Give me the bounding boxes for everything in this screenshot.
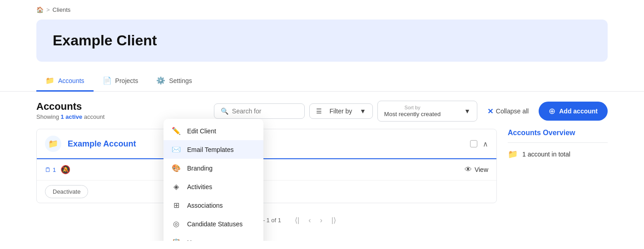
overview-folder-icon: 📁 bbox=[508, 149, 518, 159]
sort-by-label: Sort by bbox=[384, 105, 441, 110]
filter-chevron-icon: ▼ bbox=[360, 107, 366, 115]
candidate-statuses-label: Candidate Statuses bbox=[187, 220, 243, 228]
account-card-header: 📁 Example Account ∧ bbox=[37, 129, 496, 159]
dropdown-item-edit-client[interactable]: ✏️ Edit Client bbox=[163, 122, 263, 140]
tab-accounts[interactable]: 📁 Accounts bbox=[36, 71, 94, 92]
content-row: 📁 Example Account ∧ 🗒 1 🔕 bbox=[36, 129, 608, 232]
accounts-list: 📁 Example Account ∧ 🗒 1 🔕 bbox=[36, 129, 497, 232]
client-title: Example Client bbox=[53, 32, 591, 49]
filter-label: Filter by bbox=[330, 107, 352, 115]
filter-icon: ☰ bbox=[316, 107, 322, 115]
account-checkbox[interactable] bbox=[470, 140, 477, 147]
eye-icon: 👁 bbox=[465, 166, 472, 174]
projects-tab-label: Projects bbox=[115, 77, 139, 84]
activities-icon: ◈ bbox=[172, 182, 181, 191]
account-name: Example Account bbox=[68, 139, 464, 149]
candidate-statuses-icon: ◎ bbox=[172, 220, 181, 228]
account-icons: 🗒 1 🔕 bbox=[45, 165, 70, 175]
sort-value: Most recently created bbox=[384, 111, 441, 117]
account-card: 📁 Example Account ∧ 🗒 1 🔕 bbox=[36, 129, 497, 203]
breadcrumb-separator: > bbox=[46, 6, 50, 13]
collapse-x-icon: ✕ bbox=[487, 107, 493, 116]
add-account-button[interactable]: ⊕ Add account bbox=[539, 102, 608, 121]
dropdown-item-usage[interactable]: 📋 Usage bbox=[163, 233, 263, 241]
usage-icon: 📋 bbox=[172, 238, 181, 241]
add-icon: ⊕ bbox=[549, 106, 555, 116]
overview-stat: 📁 1 account in total bbox=[508, 149, 608, 159]
search-box[interactable]: 🔍 bbox=[214, 103, 305, 119]
email-templates-label: Email Templates bbox=[187, 146, 233, 153]
breadcrumb-clients[interactable]: Clients bbox=[53, 6, 71, 13]
dropdown-item-activities[interactable]: ◈ Activities bbox=[163, 177, 263, 196]
main-content: Accounts Showing 1 active account 🔍 ☰ Fi… bbox=[0, 92, 644, 241]
edit-client-label: Edit Client bbox=[187, 127, 216, 135]
section-header: Accounts Showing 1 active account 🔍 ☰ Fi… bbox=[36, 101, 608, 122]
prev-page-button[interactable]: ‹ bbox=[306, 215, 313, 226]
projects-tab-icon: 📄 bbox=[103, 76, 112, 85]
account-actions: ∧ bbox=[470, 140, 488, 148]
last-page-button[interactable]: |⟩ bbox=[329, 214, 339, 226]
section-title: Accounts bbox=[36, 101, 104, 112]
doc-count: 1 bbox=[53, 166, 56, 173]
next-page-button[interactable]: › bbox=[317, 215, 325, 226]
search-input[interactable] bbox=[232, 107, 287, 115]
pagination: Items per page: 10 1 – 1 of 1 ⟨| ‹ › |⟩ bbox=[36, 209, 497, 232]
account-card-body: 🗒 1 🔕 👁 View bbox=[37, 159, 496, 180]
overview-stat-text: 1 account in total bbox=[522, 151, 570, 158]
tab-settings[interactable]: ⚙️ Settings bbox=[147, 71, 201, 92]
associations-icon: ⊞ bbox=[172, 201, 181, 210]
doc-badge: 🗒 1 bbox=[45, 166, 56, 173]
edit-client-icon: ✏️ bbox=[172, 127, 181, 135]
search-icon: 🔍 bbox=[221, 107, 228, 115]
dropdown-item-associations[interactable]: ⊞ Associations bbox=[163, 196, 263, 215]
tabs-bar: 📁 Accounts 📄 Projects ⚙️ Settings bbox=[0, 71, 644, 92]
deactivate-button[interactable]: Deactivate bbox=[45, 185, 88, 198]
sidebar-panel: Accounts Overview 📁 1 account in total bbox=[508, 129, 608, 232]
sort-group: Sort by Most recently created bbox=[384, 105, 441, 117]
branding-label: Branding bbox=[187, 165, 213, 172]
sort-chevron-icon: ▼ bbox=[464, 107, 471, 115]
client-header-banner: Example Client bbox=[36, 20, 608, 62]
no-icon: 🔕 bbox=[60, 165, 70, 175]
settings-tab-icon: ⚙️ bbox=[156, 76, 165, 85]
doc-icon: 🗒 bbox=[45, 166, 51, 173]
home-icon[interactable]: 🏠 bbox=[36, 6, 44, 13]
branding-icon: 🎨 bbox=[172, 164, 181, 172]
dropdown-item-branding[interactable]: 🎨 Branding bbox=[163, 159, 263, 177]
account-collapse-icon[interactable]: ∧ bbox=[483, 140, 488, 148]
email-templates-icon: ✉️ bbox=[172, 145, 181, 154]
view-account-button[interactable]: 👁 View bbox=[465, 166, 488, 174]
section-subtitle: Showing 1 active account bbox=[36, 113, 104, 120]
accounts-tab-label: Accounts bbox=[58, 77, 84, 84]
view-label: View bbox=[475, 166, 488, 173]
tab-projects[interactable]: 📄 Projects bbox=[94, 71, 148, 92]
associations-label: Associations bbox=[187, 202, 223, 209]
account-footer: Deactivate bbox=[37, 180, 496, 203]
section-title-block: Accounts Showing 1 active account bbox=[36, 101, 104, 120]
filter-button[interactable]: ☰ Filter by ▼ bbox=[309, 103, 373, 119]
overview-divider bbox=[508, 142, 608, 143]
add-btn-label: Add account bbox=[559, 107, 598, 115]
accounts-tab-icon: 📁 bbox=[45, 76, 54, 85]
usage-label: Usage bbox=[187, 239, 205, 241]
sort-button[interactable]: Sort by Most recently created ▼ bbox=[377, 101, 477, 122]
activities-label: Activities bbox=[187, 183, 212, 190]
breadcrumb: 🏠 > Clients bbox=[0, 0, 644, 20]
collapse-all-button[interactable]: ✕ Collapse all bbox=[482, 103, 534, 119]
dropdown-menu: ✏️ Edit Client ✉️ Email Templates 🎨 Bran… bbox=[163, 119, 263, 241]
settings-tab-label: Settings bbox=[169, 77, 192, 84]
dropdown-item-candidate-statuses[interactable]: ◎ Candidate Statuses bbox=[163, 215, 263, 233]
dropdown-item-email-templates[interactable]: ✉️ Email Templates bbox=[163, 140, 263, 159]
overview-title: Accounts Overview bbox=[508, 129, 608, 137]
account-folder-icon: 📁 bbox=[45, 136, 61, 152]
controls-bar: 🔍 ☰ Filter by ▼ Sort by Most recently cr… bbox=[214, 101, 608, 122]
collapse-label: Collapse all bbox=[496, 107, 529, 115]
first-page-button[interactable]: ⟨| bbox=[292, 214, 302, 226]
